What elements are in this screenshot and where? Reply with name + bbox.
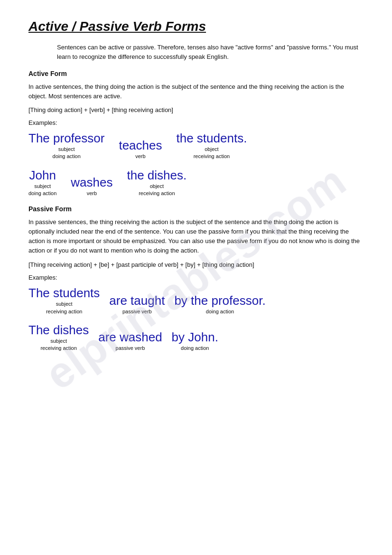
passive-ex2-subject: The dishes subject receiving action <box>28 323 89 352</box>
active-ex2-subject-label1: subject <box>34 183 51 190</box>
active-ex1-subject-label1: subject <box>58 146 75 153</box>
active-example-2-sentence: John subject doing action washes verb th… <box>28 168 364 198</box>
active-form-section: Active Form In active sentences, the thi… <box>28 70 364 198</box>
passive-ex1-subject: The students subject receiving action <box>28 286 100 315</box>
passive-ex1-verb-word: are taught <box>109 293 165 308</box>
passive-ex2-by: by John. doing action <box>172 330 218 352</box>
intro-text: Sentences can be active or passive. Ther… <box>28 43 364 61</box>
active-ex1-object-label1: object <box>205 146 218 153</box>
active-ex2-object-label2: receiving action <box>139 190 175 197</box>
passive-ex1-subject-label1: subject <box>56 301 73 308</box>
active-examples-label: Examples: <box>28 119 364 126</box>
active-description: In active sentences, the thing doing the… <box>28 82 364 101</box>
active-ex2-object-word: the dishes. <box>127 168 187 183</box>
active-ex1-subject: The professor subject doing action <box>28 131 104 160</box>
active-ex2-verb: washes verb <box>71 175 112 197</box>
passive-ex1-by: by the professor. doing action <box>174 293 265 315</box>
passive-form-title: Passive Form <box>28 205 364 213</box>
passive-ex1-subject-word: The students <box>28 286 100 301</box>
passive-ex1-by-label2: doing action <box>206 308 234 315</box>
active-ex2-subject-word: John <box>29 168 56 183</box>
active-formula: [Thing doing action] + [verb] + [thing r… <box>28 106 364 113</box>
active-example-1: The professor subject doing action teach… <box>28 131 364 160</box>
passive-formula: [Thing receiving action] + [be] + [past … <box>28 261 364 268</box>
passive-ex2-verb: are washed passive verb <box>98 330 162 352</box>
active-ex1-subject-word: The professor <box>28 131 104 146</box>
active-ex1-verb-label1: verb <box>135 153 145 160</box>
active-ex2-object: the dishes. object receiving action <box>127 168 187 198</box>
active-example-1-sentence: The professor subject doing action teach… <box>28 131 364 160</box>
passive-form-section: Passive Form In passive sentences, the t… <box>28 205 364 352</box>
passive-ex2-verb-label1: passive verb <box>116 345 145 352</box>
passive-ex1-verb: are taught passive verb <box>109 293 165 315</box>
passive-description: In passive sentences, the thing receivin… <box>28 217 364 256</box>
passive-ex1-verb-label1: passive verb <box>122 308 152 315</box>
passive-example-1-sentence: The students subject receiving action ar… <box>28 286 364 315</box>
passive-example-2-sentence: The dishes subject receiving action are … <box>28 323 364 352</box>
passive-ex2-subject-label1: subject <box>50 338 67 345</box>
passive-ex2-subject-label2: receiving action <box>40 345 76 352</box>
active-ex1-subject-label2: doing action <box>53 153 81 160</box>
active-ex2-object-label1: object <box>150 183 164 190</box>
active-ex2-subject: John subject doing action <box>28 168 56 198</box>
active-ex1-verb: teaches verb <box>119 138 162 160</box>
active-ex1-object: the students. object receiving action <box>176 131 247 160</box>
active-form-title: Active Form <box>28 70 364 77</box>
passive-ex2-by-word: by John. <box>172 330 218 345</box>
active-example-2: John subject doing action washes verb th… <box>28 168 364 198</box>
active-ex2-subject-label2: doing action <box>28 190 56 197</box>
active-ex2-verb-label1: verb <box>87 190 97 197</box>
active-ex2-verb-word: washes <box>71 175 112 190</box>
passive-example-1: The students subject receiving action ar… <box>28 286 364 315</box>
passive-ex2-verb-word: are washed <box>98 330 162 345</box>
active-ex1-verb-word: teaches <box>119 138 162 153</box>
page-title: Active / Passive Verb Forms <box>28 19 364 34</box>
passive-ex2-subject-word: The dishes <box>28 323 89 338</box>
active-ex1-object-word: the students. <box>176 131 247 146</box>
passive-examples-label: Examples: <box>28 274 364 281</box>
passive-ex1-subject-label2: receiving action <box>46 308 82 315</box>
passive-ex1-by-word: by the professor. <box>174 293 265 308</box>
passive-example-2: The dishes subject receiving action are … <box>28 323 364 352</box>
active-ex1-object-label2: receiving action <box>194 153 230 160</box>
passive-ex2-by-label2: doing action <box>181 345 209 352</box>
